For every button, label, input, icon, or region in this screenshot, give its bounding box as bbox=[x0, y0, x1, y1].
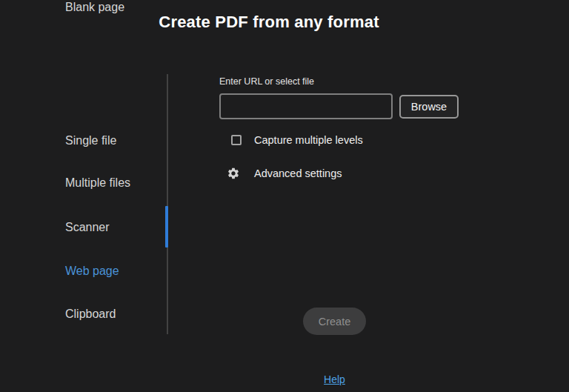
sidebar-item-clipboard[interactable]: Clipboard bbox=[65, 307, 116, 321]
capture-multiple-levels-option[interactable]: Capture multiple levels bbox=[231, 134, 363, 146]
sidebar-item-web-page[interactable]: Web page bbox=[65, 264, 119, 278]
sidebar-item-blank-page[interactable]: Blank page bbox=[65, 0, 124, 14]
help-link[interactable]: Help bbox=[324, 373, 345, 385]
create-button[interactable]: Create bbox=[303, 308, 366, 335]
advanced-settings-label: Advanced settings bbox=[254, 167, 342, 179]
capture-multiple-levels-checkbox[interactable] bbox=[231, 135, 242, 145]
sidebar-divider bbox=[167, 74, 168, 334]
url-field-label: Enter URL or select file bbox=[219, 76, 314, 87]
capture-multiple-levels-label: Capture multiple levels bbox=[254, 134, 363, 146]
footer: Help bbox=[167, 373, 502, 386]
page-title: Create PDF from any format bbox=[0, 13, 538, 32]
sidebar-item-single-file[interactable]: Single file bbox=[65, 133, 116, 147]
gear-icon bbox=[227, 167, 240, 180]
browse-button[interactable]: Browse bbox=[399, 95, 459, 119]
advanced-settings-button[interactable]: Advanced settings bbox=[227, 167, 342, 180]
sidebar-selection-indicator bbox=[165, 206, 168, 248]
sidebar-item-multiple-files[interactable]: Multiple files bbox=[65, 176, 130, 190]
sidebar-item-scanner[interactable]: Scanner bbox=[65, 220, 110, 234]
url-input[interactable] bbox=[219, 93, 393, 119]
